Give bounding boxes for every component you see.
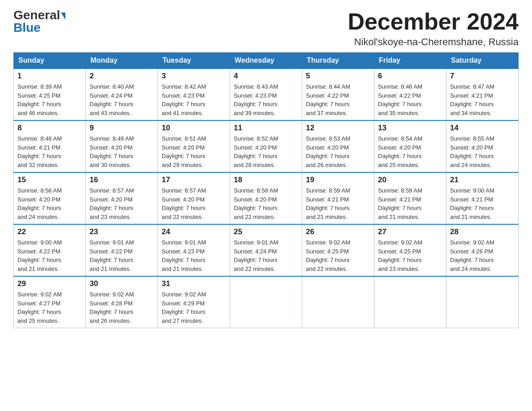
day-info: Sunrise: 8:59 AMSunset: 4:21 PMDaylight:… — [378, 186, 442, 221]
calendar-cell: 22Sunrise: 9:00 AMSunset: 4:22 PMDayligh… — [14, 224, 86, 276]
day-number: 18 — [234, 176, 298, 184]
day-number: 19 — [306, 176, 370, 184]
col-header-thursday: Thursday — [302, 53, 374, 69]
day-info: Sunrise: 8:48 AMSunset: 4:21 PMDaylight:… — [17, 134, 82, 169]
title-block: December 2024 Nikol'skoye-na-Cheremshane… — [348, 9, 519, 48]
day-number: 30 — [90, 279, 154, 288]
day-info: Sunrise: 8:46 AMSunset: 4:22 PMDaylight:… — [378, 82, 442, 117]
day-info: Sunrise: 9:02 AMSunset: 4:26 PMDaylight:… — [450, 238, 515, 273]
day-info: Sunrise: 9:01 AMSunset: 4:22 PMDaylight:… — [90, 238, 154, 273]
week-row-3: 15Sunrise: 8:56 AMSunset: 4:20 PMDayligh… — [14, 172, 519, 224]
day-number: 17 — [162, 176, 226, 184]
day-info: Sunrise: 9:01 AMSunset: 4:23 PMDaylight:… — [162, 238, 226, 273]
calendar-cell: 8Sunrise: 8:48 AMSunset: 4:21 PMDaylight… — [14, 120, 86, 172]
day-info: Sunrise: 8:59 AMSunset: 4:21 PMDaylight:… — [306, 186, 370, 221]
calendar-cell — [230, 276, 302, 328]
month-title: December 2024 — [348, 9, 519, 34]
day-number: 28 — [450, 227, 515, 236]
calendar-cell: 6Sunrise: 8:46 AMSunset: 4:22 PMDaylight… — [374, 68, 446, 120]
day-number: 16 — [90, 176, 154, 184]
calendar-cell: 27Sunrise: 9:02 AMSunset: 4:25 PMDayligh… — [374, 224, 446, 276]
calendar-cell — [374, 276, 446, 328]
day-number: 7 — [450, 72, 515, 81]
logo: General Blue — [13, 9, 65, 34]
calendar-cell: 10Sunrise: 8:51 AMSunset: 4:20 PMDayligh… — [158, 120, 230, 172]
calendar-cell: 11Sunrise: 8:52 AMSunset: 4:20 PMDayligh… — [230, 120, 302, 172]
day-info: Sunrise: 8:52 AMSunset: 4:20 PMDaylight:… — [234, 134, 298, 169]
day-info: Sunrise: 9:01 AMSunset: 4:24 PMDaylight:… — [234, 238, 298, 273]
day-number: 3 — [162, 72, 226, 81]
calendar-cell: 26Sunrise: 9:02 AMSunset: 4:25 PMDayligh… — [302, 224, 374, 276]
calendar-cell: 31Sunrise: 9:02 AMSunset: 4:29 PMDayligh… — [158, 276, 230, 328]
calendar-cell: 14Sunrise: 8:55 AMSunset: 4:20 PMDayligh… — [446, 120, 519, 172]
calendar-cell: 2Sunrise: 8:40 AMSunset: 4:24 PMDaylight… — [86, 68, 158, 120]
col-header-saturday: Saturday — [446, 53, 519, 69]
calendar-cell: 29Sunrise: 9:02 AMSunset: 4:27 PMDayligh… — [14, 276, 86, 328]
day-number: 4 — [234, 72, 298, 81]
calendar-table: SundayMondayTuesdayWednesdayThursdayFrid… — [13, 52, 519, 328]
week-row-2: 8Sunrise: 8:48 AMSunset: 4:21 PMDaylight… — [14, 120, 519, 172]
calendar-cell: 28Sunrise: 9:02 AMSunset: 4:26 PMDayligh… — [446, 224, 519, 276]
calendar-cell: 18Sunrise: 8:58 AMSunset: 4:20 PMDayligh… — [230, 172, 302, 224]
day-number: 9 — [90, 124, 154, 133]
day-number: 2 — [90, 72, 154, 81]
day-number: 20 — [378, 176, 442, 184]
day-info: Sunrise: 8:54 AMSunset: 4:20 PMDaylight:… — [378, 134, 442, 169]
day-number: 10 — [162, 124, 226, 133]
day-info: Sunrise: 9:02 AMSunset: 4:29 PMDaylight:… — [162, 290, 226, 325]
day-info: Sunrise: 8:57 AMSunset: 4:20 PMDaylight:… — [90, 186, 154, 221]
day-number: 29 — [17, 279, 82, 288]
calendar-cell: 13Sunrise: 8:54 AMSunset: 4:20 PMDayligh… — [374, 120, 446, 172]
day-number: 15 — [17, 176, 82, 184]
day-info: Sunrise: 8:39 AMSunset: 4:25 PMDaylight:… — [17, 82, 82, 117]
day-info: Sunrise: 9:02 AMSunset: 4:27 PMDaylight:… — [17, 290, 82, 325]
day-number: 6 — [378, 72, 442, 81]
day-number: 25 — [234, 227, 298, 236]
day-info: Sunrise: 8:55 AMSunset: 4:20 PMDaylight:… — [450, 134, 515, 169]
page-header: General Blue December 2024 Nikol'skoye-n… — [13, 9, 519, 48]
logo-blue: Blue — [13, 21, 41, 34]
calendar-cell: 17Sunrise: 8:57 AMSunset: 4:20 PMDayligh… — [158, 172, 230, 224]
calendar-cell — [302, 276, 374, 328]
col-header-wednesday: Wednesday — [230, 53, 302, 69]
calendar-cell: 19Sunrise: 8:59 AMSunset: 4:21 PMDayligh… — [302, 172, 374, 224]
calendar-header-row: SundayMondayTuesdayWednesdayThursdayFrid… — [14, 53, 519, 69]
week-row-4: 22Sunrise: 9:00 AMSunset: 4:22 PMDayligh… — [14, 224, 519, 276]
calendar-cell: 21Sunrise: 9:00 AMSunset: 4:21 PMDayligh… — [446, 172, 519, 224]
day-info: Sunrise: 9:00 AMSunset: 4:22 PMDaylight:… — [17, 238, 82, 273]
day-number: 13 — [378, 124, 442, 133]
calendar-cell: 30Sunrise: 9:02 AMSunset: 4:28 PMDayligh… — [86, 276, 158, 328]
calendar-cell: 15Sunrise: 8:56 AMSunset: 4:20 PMDayligh… — [14, 172, 86, 224]
calendar-cell: 16Sunrise: 8:57 AMSunset: 4:20 PMDayligh… — [86, 172, 158, 224]
day-number: 11 — [234, 124, 298, 133]
col-header-sunday: Sunday — [14, 53, 86, 69]
logo-triangle-icon — [61, 13, 65, 20]
day-info: Sunrise: 8:49 AMSunset: 4:20 PMDaylight:… — [90, 134, 154, 169]
col-header-tuesday: Tuesday — [158, 53, 230, 69]
day-info: Sunrise: 8:58 AMSunset: 4:20 PMDaylight:… — [234, 186, 298, 221]
day-number: 8 — [17, 124, 82, 133]
calendar-cell: 7Sunrise: 8:47 AMSunset: 4:21 PMDaylight… — [446, 68, 519, 120]
day-info: Sunrise: 8:56 AMSunset: 4:20 PMDaylight:… — [17, 186, 82, 221]
day-info: Sunrise: 8:40 AMSunset: 4:24 PMDaylight:… — [90, 82, 154, 117]
calendar-cell: 23Sunrise: 9:01 AMSunset: 4:22 PMDayligh… — [86, 224, 158, 276]
calendar-cell: 24Sunrise: 9:01 AMSunset: 4:23 PMDayligh… — [158, 224, 230, 276]
location-title: Nikol'skoye-na-Cheremshane, Russia — [348, 36, 519, 48]
week-row-5: 29Sunrise: 9:02 AMSunset: 4:27 PMDayligh… — [14, 276, 519, 328]
calendar-cell: 5Sunrise: 8:44 AMSunset: 4:22 PMDaylight… — [302, 68, 374, 120]
calendar-cell: 20Sunrise: 8:59 AMSunset: 4:21 PMDayligh… — [374, 172, 446, 224]
logo-general: General — [13, 9, 65, 21]
calendar-cell: 25Sunrise: 9:01 AMSunset: 4:24 PMDayligh… — [230, 224, 302, 276]
calendar-cell: 3Sunrise: 8:42 AMSunset: 4:23 PMDaylight… — [158, 68, 230, 120]
day-info: Sunrise: 9:02 AMSunset: 4:28 PMDaylight:… — [90, 290, 154, 325]
day-number: 5 — [306, 72, 370, 81]
day-info: Sunrise: 8:42 AMSunset: 4:23 PMDaylight:… — [162, 82, 226, 117]
day-number: 22 — [17, 227, 82, 236]
week-row-1: 1Sunrise: 8:39 AMSunset: 4:25 PMDaylight… — [14, 68, 519, 120]
day-number: 1 — [17, 72, 82, 81]
day-number: 27 — [378, 227, 442, 236]
day-info: Sunrise: 9:00 AMSunset: 4:21 PMDaylight:… — [450, 186, 515, 221]
calendar-cell — [446, 276, 519, 328]
calendar-cell: 1Sunrise: 8:39 AMSunset: 4:25 PMDaylight… — [14, 68, 86, 120]
day-number: 23 — [90, 227, 154, 236]
